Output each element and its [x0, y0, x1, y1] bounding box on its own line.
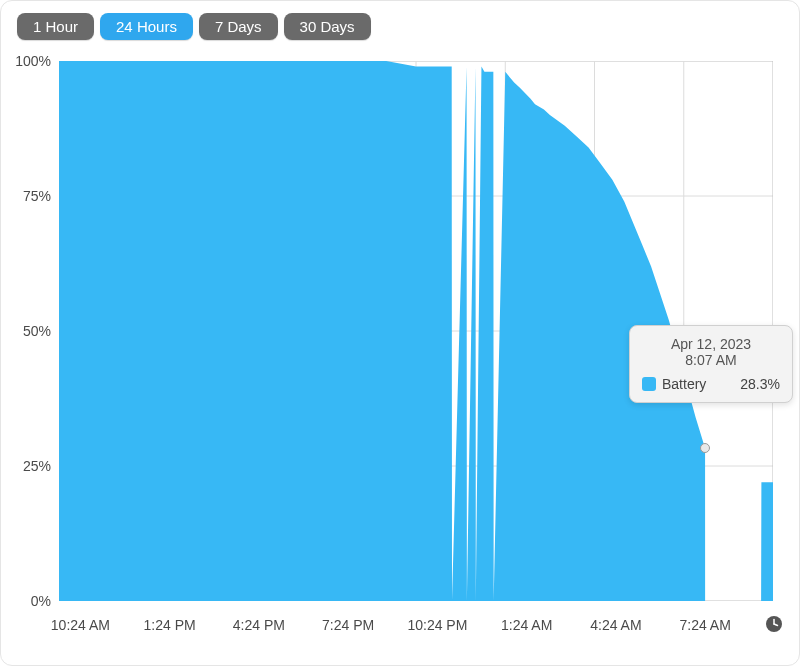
y-tick-25: 25%: [23, 458, 51, 474]
x-tick-7: 7:24 AM: [679, 617, 730, 633]
tooltip-series-label: Battery: [662, 376, 734, 392]
x-tick-4: 10:24 PM: [407, 617, 467, 633]
y-tick-75: 75%: [23, 188, 51, 204]
range-1-hour-button[interactable]: 1 Hour: [17, 13, 94, 40]
y-tick-50: 50%: [23, 323, 51, 339]
y-tick-100: 100%: [15, 53, 51, 69]
x-tick-5: 1:24 AM: [501, 617, 552, 633]
x-tick-3: 7:24 PM: [322, 617, 374, 633]
clock-icon[interactable]: [765, 615, 783, 633]
x-tick-6: 4:24 AM: [590, 617, 641, 633]
x-tick-1: 1:24 PM: [144, 617, 196, 633]
hover-point-marker: [700, 443, 710, 453]
tooltip-time: 8:07 AM: [642, 352, 780, 368]
tooltip-date: Apr 12, 2023: [642, 336, 780, 352]
tooltip-swatch-icon: [642, 377, 656, 391]
x-axis: 10:24 AM 1:24 PM 4:24 PM 7:24 PM 10:24 P…: [59, 601, 773, 641]
range-7-days-button[interactable]: 7 Days: [199, 13, 278, 40]
tooltip-value: 28.3%: [740, 376, 780, 392]
hover-tooltip: Apr 12, 2023 8:07 AM Battery 28.3%: [629, 325, 793, 403]
y-tick-0: 0%: [31, 593, 51, 609]
time-range-segmented-control: 1 Hour 24 Hours 7 Days 30 Days: [17, 13, 371, 40]
range-30-days-button[interactable]: 30 Days: [284, 13, 371, 40]
x-tick-2: 4:24 PM: [233, 617, 285, 633]
x-tick-0: 10:24 AM: [51, 617, 110, 633]
range-24-hours-button[interactable]: 24 Hours: [100, 13, 193, 40]
